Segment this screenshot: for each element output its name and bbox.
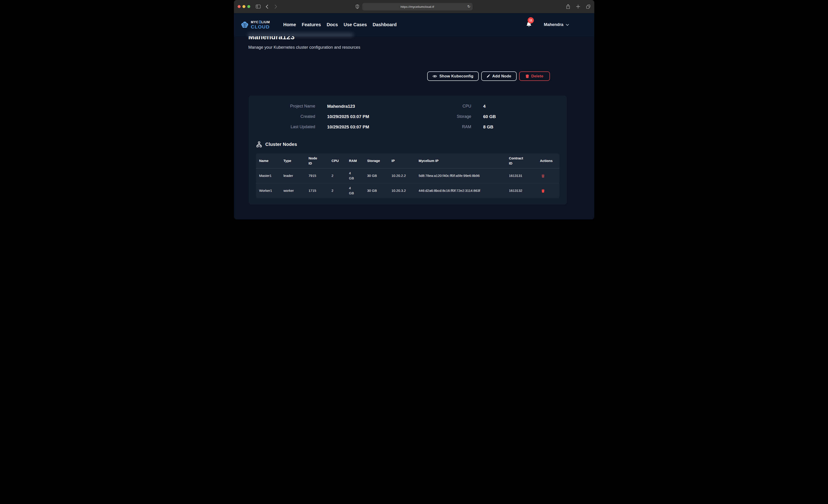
cell-node-id: 1715 — [305, 186, 328, 196]
node-row-worker1: Worker1 worker 1715 2 4 GB 30 GB 10.20.3… — [256, 183, 560, 198]
mycelium-cloud-logo[interactable]: MYCLIUM CLOUD — [241, 20, 270, 29]
page-content: Mahendra123 Manage your Kubernetes clust… — [234, 13, 594, 219]
share-icon — [566, 4, 570, 9]
screenshot-stage: https://myceliumcloud.tf ↻ — [234, 0, 594, 219]
cluster-nodes-title: Cluster Nodes — [265, 142, 297, 147]
mycelium-tree-icon — [241, 22, 249, 28]
cluster-info-right: CPU 4 Storage 60 GB RAM 8 GB — [403, 101, 496, 132]
info-row-project-name: Project Name Mahendra123 — [256, 101, 403, 112]
info-label: CPU — [403, 104, 471, 109]
reload-button[interactable]: ↻ — [467, 4, 470, 9]
cell-cpu: 2 — [328, 186, 346, 196]
address-bar-group: https://myceliumcloud.tf ↻ — [356, 3, 472, 10]
col-ip: IP — [388, 156, 415, 166]
privacy-shield-icon[interactable] — [356, 4, 359, 9]
stylized-e-icon — [259, 20, 261, 24]
cell-ram: 4 GB — [346, 183, 364, 198]
add-node-label: Add Node — [492, 74, 511, 79]
info-value: 4 — [483, 104, 486, 109]
nodes-table-header: Name Type Node ID CPU RAM Storage IP Myc… — [256, 154, 560, 168]
info-value: 60 GB — [483, 114, 496, 119]
info-row-ram: RAM 8 GB — [403, 122, 496, 132]
new-tab-button[interactable] — [576, 5, 580, 8]
col-mycelium-ip: Mycelium IP — [415, 156, 506, 166]
browser-window: https://myceliumcloud.tf ↻ — [234, 0, 594, 219]
info-label: RAM — [403, 125, 471, 129]
logo-line-mycelium: MYCLIUM — [251, 20, 270, 24]
notifications-button[interactable]: 11 — [526, 22, 532, 28]
traffic-lights — [238, 5, 250, 8]
show-kubeconfig-button[interactable]: Show Kubeconfig — [427, 72, 479, 81]
logo-wordmark: MYCLIUM CLOUD — [251, 20, 270, 29]
delete-cluster-button[interactable]: Delete — [519, 72, 550, 81]
plus-icon — [576, 5, 580, 8]
cluster-info-grid: Project Name Mahendra123 Created 10/29/2… — [256, 101, 560, 132]
zoom-window-button[interactable] — [247, 5, 250, 8]
cell-type: worker — [280, 186, 305, 196]
delete-node-button-worker1[interactable] — [540, 188, 545, 193]
page-subtitle: Manage your Kubernetes cluster configura… — [248, 45, 360, 50]
trash-icon — [541, 174, 545, 178]
col-node-id: Node ID — [305, 154, 328, 168]
pencil-icon — [487, 75, 490, 78]
col-contract-id: Contract ID — [506, 154, 537, 168]
trash-icon — [541, 189, 545, 193]
info-value: 8 GB — [483, 125, 493, 130]
cell-name: Master1 — [256, 171, 280, 180]
url-text: https://myceliumcloud.tf — [401, 5, 434, 8]
eye-icon — [432, 75, 437, 78]
forward-button[interactable] — [275, 5, 277, 9]
nav-link-dashboard[interactable]: Dashboard — [373, 22, 397, 27]
nodes-table-body: Master1 leader 7915 2 4 GB 30 GB 10.20.2… — [256, 168, 560, 198]
tab-overview-button[interactable] — [586, 4, 591, 9]
cell-name: Worker1 — [256, 186, 280, 196]
add-node-button[interactable]: Add Node — [481, 72, 516, 81]
notification-count-badge: 11 — [528, 17, 534, 24]
reload-icon: ↻ — [467, 4, 470, 9]
info-label: Project Name — [256, 104, 315, 109]
trash-icon — [526, 74, 529, 78]
nodes-table: Name Type Node ID CPU RAM Storage IP Myc… — [256, 154, 560, 198]
share-button[interactable] — [566, 4, 570, 9]
col-actions: Actions — [537, 156, 560, 166]
user-menu[interactable]: Mahendra — [544, 22, 569, 27]
site-navbar: MYCLIUM CLOUD Home Features Docs Use Cas… — [234, 13, 594, 36]
delete-node-button-master1[interactable] — [540, 174, 545, 178]
close-window-button[interactable] — [238, 5, 241, 8]
col-cpu: CPU — [328, 156, 346, 166]
nav-link-home[interactable]: Home — [283, 22, 296, 27]
cell-type: leader — [280, 171, 305, 180]
chevron-left-icon — [266, 5, 268, 9]
cell-ip: 10.20.3.2 — [388, 186, 415, 196]
col-storage: Storage — [364, 156, 388, 166]
sidebar-toggle-button[interactable] — [256, 5, 261, 8]
back-button[interactable] — [266, 5, 268, 9]
col-name: Name — [256, 156, 280, 166]
info-value: 10/29/2025 03:07 PM — [327, 125, 369, 130]
info-row-storage: Storage 60 GB — [403, 112, 496, 122]
minimize-window-button[interactable] — [242, 5, 245, 8]
user-name: Mahendra — [544, 22, 563, 27]
cluster-actions: Show Kubeconfig Add Node — [248, 72, 550, 81]
cell-mycelium-ip: 446:d2a6:8bcd:8c16:ff0f:72e2:3114:863f — [415, 186, 506, 196]
address-bar[interactable]: https://myceliumcloud.tf ↻ — [362, 3, 472, 10]
nav-link-features[interactable]: Features — [302, 22, 321, 27]
browser-toolbar: https://myceliumcloud.tf ↻ — [234, 0, 594, 13]
cell-node-id: 7915 — [305, 171, 328, 180]
info-label: Last Updated — [256, 125, 315, 129]
history-nav — [266, 5, 277, 9]
info-label: Storage — [403, 114, 471, 119]
info-value: Mahendra123 — [327, 104, 355, 109]
col-type: Type — [280, 156, 305, 166]
sidebar-icon — [256, 5, 261, 8]
cell-ip: 10.20.2.2 — [388, 171, 415, 180]
info-label: Created — [256, 114, 315, 119]
logo-line-cloud: CLOUD — [251, 24, 270, 29]
main-nav: Home Features Docs Use Cases Dashboard — [283, 22, 397, 27]
col-ram: RAM — [346, 156, 364, 166]
nav-link-use-cases[interactable]: Use Cases — [343, 22, 367, 27]
cell-mycelium-ip: 5d8:78ea:a120:f40c:ff0f:a5fe:99e6:8b96 — [415, 171, 506, 180]
nav-link-docs[interactable]: Docs — [327, 22, 338, 27]
toolbar-right-actions — [566, 4, 591, 9]
cell-storage: 30 GB — [364, 186, 388, 196]
